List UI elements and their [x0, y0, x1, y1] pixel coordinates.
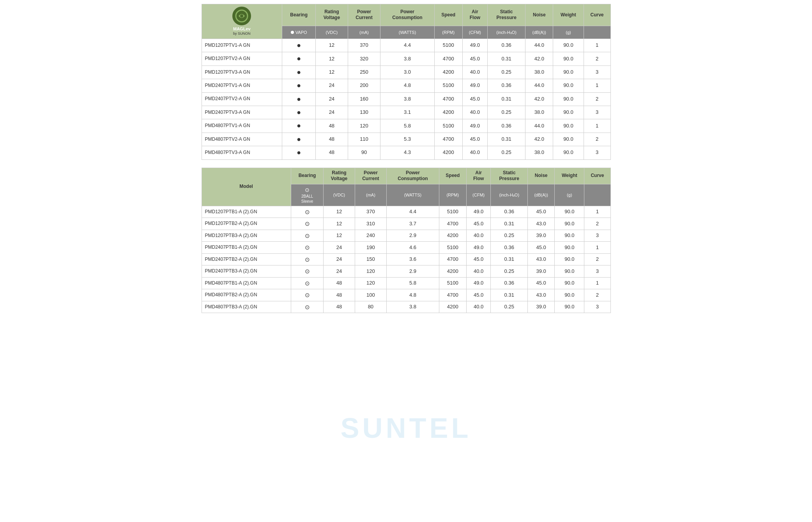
pressure-cell: 0.31	[488, 133, 525, 146]
unit2-pressure: (inch-H₂O)	[491, 184, 528, 206]
curve2-cell: 1	[584, 242, 610, 254]
bearing2-cell: ⊙	[291, 301, 324, 313]
flow2-cell: 40.0	[466, 265, 491, 278]
bearing-cell: ●	[282, 79, 316, 92]
speed-cell: 4200	[434, 146, 462, 159]
col-header-flow: AirFlow	[462, 4, 487, 26]
flow2-cell: 40.0	[466, 230, 491, 242]
unit-pressure: (inch-H₂O)	[488, 26, 525, 39]
speed2-cell: 4200	[439, 230, 466, 242]
weight2-cell: 90.0	[555, 301, 584, 313]
model2-cell: PMD1207PTB2-A (2).GN	[202, 218, 291, 230]
table-row: PMD4807PTV2-A GN ● 48 110 5.3 4700 45.0 …	[202, 133, 610, 146]
logo-cell: MAGLev by SUNON	[202, 4, 282, 39]
col-header-power: PowerConsumption	[380, 4, 434, 26]
bearing-cell: ●	[282, 52, 316, 65]
noise-cell: 38.0	[525, 106, 553, 119]
unit-noise: (dB(A))	[525, 26, 553, 39]
model2-cell: PMD4807PTB3-A (2).GN	[202, 301, 291, 313]
model-cell: PMD4807PTV2-A GN	[202, 133, 282, 146]
unit-weight: (g)	[553, 26, 584, 39]
weight-cell: 90.0	[553, 65, 584, 79]
curve2-cell: 1	[584, 277, 610, 289]
speed2-cell: 5100	[439, 277, 466, 289]
svg-point-1	[240, 14, 243, 18]
pressure2-cell: 0.31	[491, 253, 528, 265]
unit-flow: (CFM)	[462, 26, 487, 39]
model-cell: PMD2407PTV1-A GN	[202, 79, 282, 92]
curve2-cell: 2	[584, 218, 610, 230]
col2-header-weight: Weight	[555, 168, 584, 184]
current-cell: 110	[348, 133, 380, 146]
bearing2-cell: ⊙	[291, 206, 324, 218]
logo-circle	[232, 7, 251, 25]
speed2-cell: 5100	[439, 242, 466, 254]
model2-cell: PMD2407PTB1-A (2).GN	[202, 242, 291, 254]
speed-cell: 4700	[434, 133, 462, 146]
bearing2-type-cell: ⊙ 2BALLSleeve	[291, 184, 324, 206]
flow2-cell: 45.0	[466, 289, 491, 301]
curve2-cell: 3	[584, 230, 610, 242]
bearing2-type-label: 2BALLSleeve	[301, 194, 313, 204]
voltage-cell: 48	[316, 146, 348, 159]
voltage-cell: 24	[316, 92, 348, 106]
voltage-cell: 24	[316, 106, 348, 119]
power-cell: 5.3	[380, 133, 434, 146]
noise2-cell: 45.0	[528, 277, 555, 289]
table-row: PMD2407PTB2-A (2).GN ⊙ 24 150 3.6 4700 4…	[202, 253, 610, 265]
voltage2-cell: 48	[324, 301, 355, 313]
model2-cell: PMD4807PTB2-A (2).GN	[202, 289, 291, 301]
current-cell: 130	[348, 106, 380, 119]
col2-header-current: PowerCurrent	[355, 168, 387, 184]
power2-cell: 4.8	[387, 289, 439, 301]
model-cell: PMD2407PTV3-A GN	[202, 106, 282, 119]
curve-cell: 1	[584, 79, 610, 92]
pressure-cell: 0.31	[488, 52, 525, 65]
speed2-cell: 4700	[439, 289, 466, 301]
current2-cell: 120	[355, 265, 387, 278]
bearing2-cell: ⊙	[291, 230, 324, 242]
col-header-speed: Speed	[434, 4, 462, 26]
power2-cell: 2.9	[387, 265, 439, 278]
table-row: PMD1207PTV1-A GN ● 12 370 4.4 5100 49.0 …	[202, 39, 610, 52]
voltage-cell: 48	[316, 119, 348, 133]
current-cell: 120	[348, 119, 380, 133]
flow-cell: 40.0	[462, 65, 487, 79]
weight-cell: 90.0	[553, 92, 584, 106]
noise2-cell: 45.0	[528, 242, 555, 254]
speed-cell: 4200	[434, 65, 462, 79]
flow2-cell: 40.0	[466, 301, 491, 313]
table-row: PMD1207PTB3-A (2).GN ⊙ 12 240 2.9 4200 4…	[202, 230, 610, 242]
col2-header-voltage: RatingVoltage	[324, 168, 355, 184]
product-table-1: MAGLev by SUNON Bearing RatingVoltage Po…	[202, 4, 611, 160]
pressure-cell: 0.31	[488, 92, 525, 106]
curve-cell: 3	[584, 106, 610, 119]
table-row: PMD4807PTB3-A (2).GN ⊙ 48 80 3.8 4200 40…	[202, 301, 610, 313]
noise2-cell: 43.0	[528, 289, 555, 301]
table-row: PMD1207PTB1-A (2).GN ⊙ 12 370 4.4 5100 4…	[202, 206, 610, 218]
flow-cell: 49.0	[462, 39, 487, 52]
power2-cell: 3.6	[387, 253, 439, 265]
col-header-noise: Noise	[525, 4, 553, 26]
col-header-current: PowerCurrent	[348, 4, 380, 26]
model2-cell: PMD1207PTB1-A (2).GN	[202, 206, 291, 218]
flow-cell: 40.0	[462, 106, 487, 119]
logo-svg	[235, 9, 249, 23]
noise2-cell: 45.0	[528, 206, 555, 218]
pressure2-cell: 0.36	[491, 206, 528, 218]
power-cell: 4.8	[380, 79, 434, 92]
weight2-cell: 90.0	[555, 230, 584, 242]
pressure-cell: 0.36	[488, 119, 525, 133]
power2-cell: 4.6	[387, 242, 439, 254]
product-table-2: Model Bearing RatingVoltage PowerCurrent…	[202, 168, 611, 313]
voltage2-cell: 48	[324, 277, 355, 289]
bearing-type-label: VAPO	[295, 30, 307, 35]
weight2-cell: 90.0	[555, 218, 584, 230]
curve2-cell: 1	[584, 206, 610, 218]
unit-power: (WATTS)	[380, 26, 434, 39]
model-cell: PMD1207PTV1-A GN	[202, 39, 282, 52]
power-cell: 4.3	[380, 146, 434, 159]
power-cell: 3.8	[380, 92, 434, 106]
col2-header-bearing: Bearing	[291, 168, 324, 184]
col-header-model: Model	[202, 168, 291, 206]
